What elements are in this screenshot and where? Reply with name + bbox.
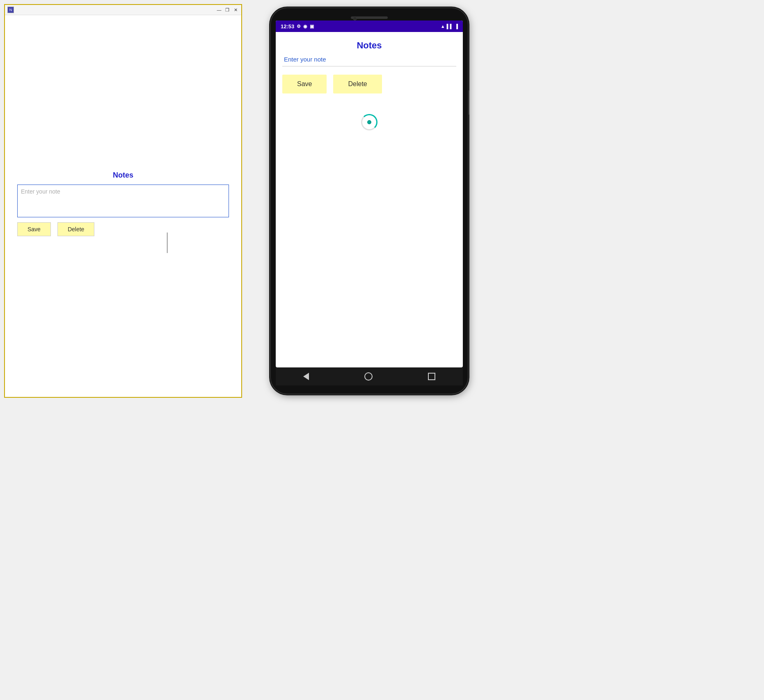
signal-icon: ▌▌ (447, 24, 453, 29)
home-icon (364, 372, 373, 381)
desktop-notes-section: Notes Save Delete (17, 171, 229, 236)
back-button[interactable] (303, 373, 309, 380)
maximize-button[interactable]: ❐ (224, 7, 231, 13)
settings-icon: ⚙ (297, 24, 301, 29)
window-content: Notes Save Delete (5, 15, 241, 397)
phone-buttons: Save Delete (282, 75, 382, 93)
statusbar-left: 12:53 ⚙ ◉ ▣ (281, 23, 314, 30)
home-button[interactable] (364, 372, 373, 381)
window-titlebar: N — ❐ ✕ (5, 5, 241, 15)
phone-side-button (468, 90, 469, 115)
phone-save-button[interactable]: Save (282, 75, 327, 93)
phone-notch (276, 16, 463, 19)
phone-delete-button[interactable]: Delete (333, 75, 382, 93)
phone-camera (353, 16, 357, 21)
back-icon (303, 373, 309, 380)
phone-nav-bar (276, 367, 463, 385)
desktop-buttons: Save Delete (17, 222, 94, 236)
statusbar-time: 12:53 (281, 23, 294, 30)
phone-screen: 12:53 ⚙ ◉ ▣ ▲ ▌▌ ▐ Notes Enter your note… (276, 21, 463, 367)
desktop-window: N — ❐ ✕ Notes Save Delete (4, 4, 242, 398)
close-button[interactable]: ✕ (232, 7, 239, 13)
phone-divider (282, 66, 456, 66)
location-icon: ◉ (303, 24, 307, 29)
title-icon-label: N (9, 8, 12, 12)
desktop-note-textarea[interactable] (17, 185, 229, 217)
recents-button[interactable] (428, 373, 435, 380)
nfc-icon: ▣ (310, 24, 314, 29)
loading-inner-dot (367, 120, 371, 124)
battery-icon: ▐ (455, 24, 458, 29)
desktop-delete-button[interactable]: Delete (57, 222, 94, 236)
minimize-button[interactable]: — (216, 7, 222, 13)
desktop-save-button[interactable]: Save (17, 222, 51, 236)
phone-app-content: Notes Enter your note Save Delete (276, 32, 463, 367)
wifi-icon: ▲ (441, 24, 445, 29)
window-controls: — ❐ ✕ (216, 7, 239, 13)
window-title-icon: N (7, 7, 14, 13)
vertical-line-decoration (167, 233, 167, 253)
statusbar-right: ▲ ▌▌ ▐ (441, 24, 458, 29)
phone-note-label: Enter your note (284, 56, 326, 63)
loading-indicator (361, 114, 377, 130)
phone-statusbar: 12:53 ⚙ ◉ ▣ ▲ ▌▌ ▐ (276, 21, 463, 32)
phone-app-title: Notes (357, 40, 382, 51)
desktop-app-title: Notes (113, 171, 133, 180)
recents-icon (428, 373, 435, 380)
phone-device: 12:53 ⚙ ◉ ▣ ▲ ▌▌ ▐ Notes Enter your note… (271, 8, 468, 394)
